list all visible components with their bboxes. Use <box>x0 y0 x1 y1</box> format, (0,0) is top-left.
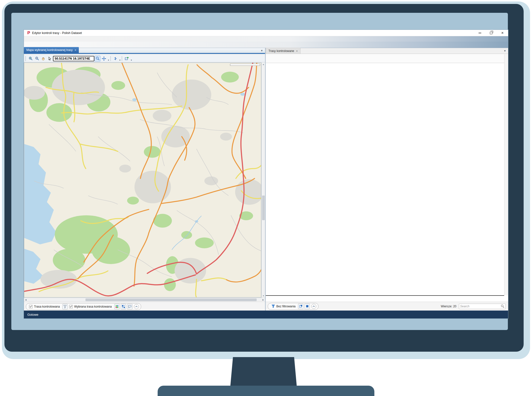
monitor-stand-base <box>158 386 374 396</box>
pan-mode-button[interactable] <box>101 56 107 62</box>
monitor-stand-neck <box>230 357 297 387</box>
map-canvas[interactable] <box>24 63 261 297</box>
minimize-button[interactable] <box>474 30 485 36</box>
rows-count-label: Wiersze: 20 <box>441 305 456 308</box>
cursor-icon <box>48 57 52 61</box>
tab-map[interactable]: Mapa wybranej kontrolowanej trasy × <box>24 47 79 53</box>
table-filter-bar: Bez filtrowania Wiersze: 20 <box>266 302 508 311</box>
table-tabstrip: Trasy kontrolowane × ▼ <box>266 48 508 54</box>
route-filter-button[interactable] <box>62 304 68 309</box>
tab-table-label: Trasy kontrolowane <box>268 49 294 53</box>
filter-button[interactable] <box>270 304 276 309</box>
route-profile-icon <box>114 57 117 61</box>
map-tools-dropdown-icon[interactable]: ▾ <box>108 59 109 62</box>
pointer-button[interactable] <box>47 56 53 62</box>
add-view-dropdown-icon[interactable]: ▾ <box>131 59 132 62</box>
tab-close-icon[interactable]: × <box>296 50 298 52</box>
route-profile-dropdown-icon[interactable]: ▾ <box>119 59 121 62</box>
horizontal-scroll-thumb[interactable] <box>85 298 257 301</box>
vertical-scroll-thumb[interactable] <box>262 196 265 220</box>
add-map-view-button[interactable] <box>124 56 130 62</box>
hand-icon <box>41 57 45 61</box>
collapse-map-filter-button[interactable] <box>134 304 139 309</box>
collapse-filter-button[interactable] <box>311 304 316 309</box>
locate-button[interactable] <box>95 56 100 62</box>
funnel-icon <box>63 305 67 308</box>
map-legend <box>230 64 260 66</box>
map-tabstrip: Mapa wybranej kontrolowanej trasy × ▼ <box>24 48 265 54</box>
filter-apply-button[interactable] <box>304 304 310 309</box>
filter-edit-icon <box>299 305 302 308</box>
map-layer-toggles: Trasa kontrolowana Wybrana trasa kontrol… <box>26 303 141 310</box>
map-panel: Mapa wybranej kontrolowanej trasy × ▼ <box>24 48 265 311</box>
search-box <box>459 304 506 309</box>
pan-hand-button[interactable] <box>40 56 46 62</box>
zoom-out-icon <box>35 56 39 61</box>
trasa-kontrolowana-checkbox[interactable] <box>29 305 33 308</box>
zoom-in-icon <box>29 56 33 61</box>
filter-apply-icon <box>306 305 309 308</box>
minimize-icon <box>479 33 481 33</box>
table-panel: Trasy kontrolowane × ▼ Bez filtrowania <box>266 48 508 311</box>
coordinates-input[interactable] <box>53 56 94 61</box>
main-area: Mapa wybranej kontrolowanej trasy × ▼ <box>24 48 508 311</box>
scroll-right-icon[interactable]: ▶ <box>261 298 265 302</box>
close-icon: × <box>501 31 504 35</box>
tab-trasy-kontrolowane[interactable]: Trasy kontrolowane × <box>266 48 300 54</box>
search-icon <box>501 304 504 308</box>
blue-squares-icon <box>122 305 125 308</box>
zoom-in-button[interactable] <box>28 56 33 62</box>
cluster-view-button[interactable] <box>121 304 126 309</box>
funnel-icon <box>271 304 275 308</box>
map-horizontal-scrollbar[interactable]: ◀ ▶ <box>24 298 265 301</box>
menu-bar <box>24 36 508 42</box>
map-labels-button[interactable] <box>127 304 133 309</box>
filter-edit-button[interactable] <box>298 304 303 309</box>
tab-list-dropdown-icon[interactable]: ▼ <box>261 49 263 52</box>
speech-bubble-icon <box>128 305 132 308</box>
toolbar-grip <box>25 56 26 61</box>
restore-button[interactable] <box>485 30 497 36</box>
tab-close-icon[interactable]: × <box>75 49 76 51</box>
toolbar-grip <box>122 56 123 61</box>
colored-dots-icon <box>115 305 119 308</box>
tab-map-label: Mapa wybranej kontrolowanej trasy <box>26 48 73 52</box>
status-bar: Gotowe <box>24 311 508 318</box>
chevron-up-icon <box>313 305 315 307</box>
toolbar-grip <box>110 56 111 61</box>
color-points-button[interactable] <box>114 304 120 309</box>
map-vertical-scrollbar[interactable]: ▲ ▼ <box>261 63 265 298</box>
restore-icon <box>490 32 492 34</box>
title-bar: P Edytor kontroli trasy - Polish Dataset… <box>24 30 508 36</box>
wybrana-trasa-label: Wybrana trasa kontrolowana <box>74 305 112 308</box>
table-header <box>266 54 504 63</box>
paragon-p-logo-icon: P <box>27 31 30 35</box>
filter-status-group: Bez filtrowania <box>268 303 318 310</box>
zoom-out-button[interactable] <box>34 56 40 62</box>
table-summary-row <box>266 295 504 302</box>
wybrana-trasa-checkbox[interactable] <box>69 305 73 308</box>
scroll-up-icon[interactable]: ▲ <box>262 63 265 66</box>
map-toolbar: ▾ ▾ ▾ <box>24 55 265 62</box>
magnifier-icon <box>96 56 100 61</box>
trasa-kontrolowana-label: Trasa kontrolowana <box>34 305 60 308</box>
filter-status-label: Bez filtrowania <box>276 305 296 308</box>
map-filter-bar: Trasa kontrolowana Wybrana trasa kontrol… <box>24 302 265 311</box>
table-scrollbar-gutter[interactable] <box>504 54 508 295</box>
close-button[interactable]: × <box>497 30 508 36</box>
status-text: Gotowe <box>24 313 38 316</box>
scroll-left-icon[interactable]: ◀ <box>24 298 28 302</box>
search-input[interactable] <box>460 305 501 308</box>
main-toolbar <box>24 42 508 48</box>
app-window: P Edytor kontroli trasy - Polish Dataset… <box>24 30 508 319</box>
four-way-arrows-icon <box>102 56 106 61</box>
window-title: Edytor kontroli trasy - Polish Dataset <box>32 31 82 35</box>
table-body <box>266 63 504 295</box>
tab-list-dropdown-icon[interactable]: ▼ <box>504 50 506 52</box>
scroll-down-icon[interactable]: ▼ <box>262 294 265 298</box>
route-profile-button[interactable] <box>113 56 118 62</box>
add-view-icon <box>125 56 129 61</box>
chevron-up-icon <box>135 306 138 308</box>
